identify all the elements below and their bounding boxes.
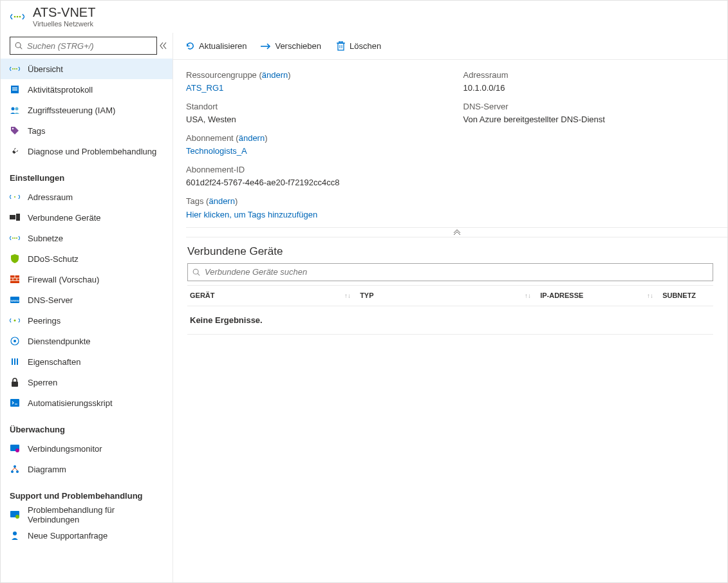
- delete-button[interactable]: Löschen: [335, 41, 381, 51]
- support-icon: [10, 530, 20, 541]
- col-device[interactable]: Gerät: [187, 292, 342, 299]
- people-icon: [10, 105, 20, 115]
- nav-label: DDoS-Schutz: [28, 254, 79, 264]
- nav-tags[interactable]: Tags: [1, 120, 173, 141]
- svg-rect-9: [12, 88, 17, 89]
- loc-value: USA, Westen: [186, 115, 236, 124]
- svg-point-13: [12, 128, 14, 129]
- nav-dns[interactable]: www DNS-Server: [1, 290, 173, 310]
- script-icon: [10, 398, 20, 408]
- nav-endpoints[interactable]: Dienstendpunkte: [1, 331, 173, 351]
- svg-point-1: [17, 16, 19, 18]
- nav-locks[interactable]: Sperren: [1, 372, 173, 393]
- nav-peerings[interactable]: Peerings: [1, 310, 173, 331]
- nav-firewall[interactable]: Firewall (Vorschau): [1, 269, 173, 290]
- svg-line-51: [198, 273, 200, 275]
- nav-label: DNS-Server: [28, 295, 73, 305]
- nav-trouble[interactable]: Problembehandlung für Verbindungen: [1, 504, 173, 525]
- section-settings: Einstellungen: [1, 162, 173, 187]
- svg-point-0: [14, 16, 16, 18]
- svg-rect-10: [12, 89, 17, 91]
- dns-label: DNS-Server: [463, 102, 509, 111]
- sort-icon: ↑↓: [344, 292, 351, 299]
- svg-point-38: [14, 465, 16, 468]
- rg-value[interactable]: ATS_RG1: [186, 83, 223, 93]
- devices-icon: [10, 212, 20, 223]
- nav-label: Diagramm: [28, 465, 66, 474]
- sort-icon: ↑↓: [525, 292, 531, 299]
- nav-iam[interactable]: Zugriffssteuerung (IAM): [1, 100, 173, 120]
- nav-label: Aktivitätsprotokoll: [28, 85, 93, 95]
- col-type[interactable]: ↑↓ Typ: [342, 292, 522, 299]
- nav-properties[interactable]: Eigenschaften: [1, 351, 173, 372]
- tags-add-link[interactable]: Hier klicken, um Tags hinzuzufügen: [186, 210, 317, 219]
- svg-rect-49: [339, 41, 342, 42]
- nav-label: Problembehandlung für Verbindungen: [28, 505, 163, 524]
- nav-overview[interactable]: Übersicht: [1, 59, 173, 79]
- devices-search[interactable]: [187, 263, 713, 281]
- vnet-icon: [10, 9, 25, 24]
- loc-label: Standort: [186, 102, 218, 111]
- nav-diagnose[interactable]: Diagnose und Problembehandlung: [1, 141, 173, 162]
- grid-header: Gerät ↑↓ Typ ↑↓ IP-Adresse ↑↓ Subnetz: [187, 286, 713, 306]
- btn-label: Aktualisieren: [199, 41, 247, 51]
- nav-request[interactable]: Neue Supportanfrage: [1, 525, 173, 546]
- search-icon: [14, 41, 23, 50]
- sidebar-search[interactable]: [10, 37, 157, 55]
- nav-address[interactable]: Adressraum: [1, 187, 173, 207]
- svg-point-50: [193, 269, 198, 274]
- properties-icon: [10, 356, 20, 367]
- monitor-icon: [10, 443, 20, 454]
- essentials-collapse[interactable]: [186, 227, 727, 237]
- svg-point-11: [12, 107, 15, 111]
- nav-label: Neue Supportanfrage: [28, 531, 107, 541]
- nav-automation[interactable]: Automatisierungsskript: [1, 393, 173, 413]
- devices-title: Verbundene Geräte: [173, 237, 727, 263]
- nav-diagram[interactable]: Diagramm: [1, 459, 173, 479]
- subnet-icon: [10, 233, 20, 243]
- btn-label: Löschen: [350, 41, 381, 51]
- nav-connmon[interactable]: Verbindungsmonitor: [1, 438, 173, 459]
- sidebar-search-input[interactable]: [27, 41, 153, 51]
- lock-icon: [10, 377, 20, 387]
- tags-label: Tags: [186, 196, 203, 206]
- btn-label: Verschieben: [275, 41, 321, 51]
- svg-point-2: [19, 16, 21, 18]
- nav-connected[interactable]: Verbundene Geräte: [1, 207, 173, 228]
- svg-rect-15: [10, 215, 15, 219]
- diagram-icon: [10, 464, 20, 474]
- nav-label: Sperren: [28, 378, 57, 387]
- col-ip[interactable]: ↑↓ IP-Adresse: [522, 292, 644, 299]
- svg-point-43: [13, 532, 17, 535]
- sort-icon: ↑↓: [647, 292, 653, 299]
- section-support: Support und Problembehandlung: [1, 479, 173, 504]
- devices-search-input[interactable]: [205, 267, 709, 277]
- dns-icon: www: [10, 295, 20, 305]
- page-subtitle: Virtuelles Netzwerk: [33, 20, 95, 28]
- wrench-icon: [10, 146, 20, 156]
- addr-value: 10.1.0.0/16: [463, 83, 505, 93]
- collapse-sidebar-icon[interactable]: [158, 41, 169, 51]
- sub-change-link[interactable]: ändern: [239, 133, 265, 143]
- refresh-button[interactable]: Aktualisieren: [185, 41, 247, 51]
- nav-activity[interactable]: Aktivitätsprotokoll: [1, 79, 173, 100]
- dns-value: Von Azure bereitgestellter DNS-Dienst: [463, 115, 605, 124]
- trash-icon: [335, 41, 346, 51]
- rg-change-link[interactable]: ändern: [262, 70, 288, 80]
- nav-subnets[interactable]: Subnetze: [1, 228, 173, 248]
- svg-point-37: [15, 449, 19, 452]
- move-button[interactable]: Verschieben: [261, 41, 321, 51]
- section-monitor: Überwachung: [1, 413, 173, 438]
- refresh-icon: [185, 41, 195, 51]
- svg-point-30: [14, 340, 16, 342]
- nav-ddos[interactable]: DDoS-Schutz: [1, 248, 173, 269]
- svg-point-5: [12, 68, 14, 69]
- nav-label: Diagnose und Problembehandlung: [28, 147, 156, 156]
- tags-change-link[interactable]: ändern: [209, 196, 234, 206]
- sub-value[interactable]: Technologists_A: [186, 146, 247, 156]
- tag-icon: [10, 125, 20, 136]
- col-subnet[interactable]: ↑↓ Subnetz: [644, 292, 713, 299]
- log-icon: [10, 84, 20, 95]
- peerings-icon: [10, 315, 20, 326]
- svg-rect-34: [12, 382, 18, 387]
